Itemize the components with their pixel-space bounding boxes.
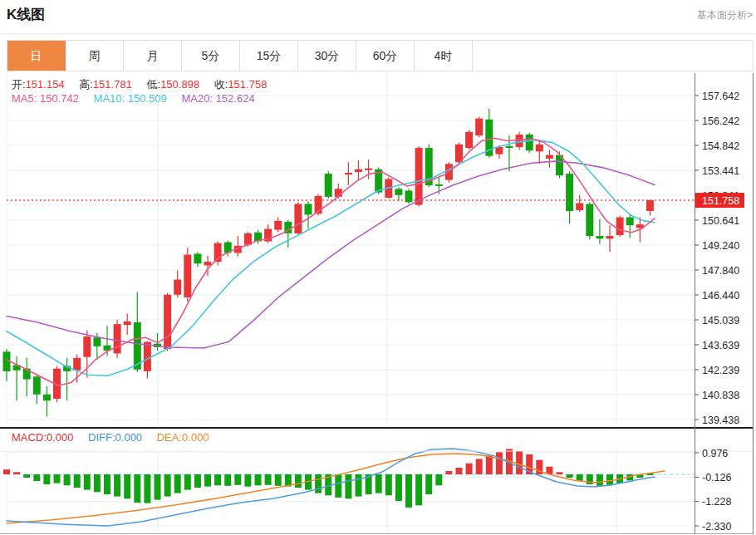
candle-down (506, 146, 513, 148)
candle-down (596, 236, 603, 238)
macd-bar (204, 474, 211, 487)
price-tick-label: 156.242 (702, 115, 739, 127)
candle-up (184, 255, 191, 297)
candle-up (274, 221, 282, 230)
macd-bar (405, 474, 412, 508)
macd-bar (64, 474, 71, 485)
macd-bar (596, 474, 603, 486)
price-tick-label: 145.039 (702, 315, 739, 326)
dea-value: 0.000 (182, 431, 209, 444)
tab-week[interactable]: 周 (66, 41, 124, 71)
candle-up (576, 203, 583, 210)
price-tick-label: 154.842 (702, 140, 739, 152)
candle-up (174, 280, 181, 295)
open-value: 151.154 (26, 78, 65, 91)
candle-up (465, 132, 473, 148)
candle-up (616, 218, 624, 235)
fundamental-analysis-link[interactable]: 基本面分析> (697, 8, 753, 22)
candle-down (33, 376, 41, 394)
candle-up (546, 155, 553, 159)
macd-bar (214, 474, 221, 485)
macd-bar (234, 474, 241, 485)
ma5-value: 150.742 (40, 92, 79, 105)
macd-bar (456, 468, 463, 474)
macd-bar (94, 474, 101, 492)
ma-legend: MA5: 150.742 MA10: 150.509 MA20: 152.624 (12, 92, 267, 105)
tab-5min[interactable]: 5分 (182, 41, 240, 71)
macd-bar (476, 459, 483, 474)
tab-4hour[interactable]: 4时 (415, 41, 473, 71)
high-label: 高: (79, 78, 93, 91)
candle-down (194, 254, 201, 264)
candle-down (325, 174, 332, 197)
candle-down (395, 189, 402, 195)
macd-bar (184, 474, 191, 490)
macd-legend: MACD:0.000 DIFF:0.000 DEA:0.000 (12, 431, 221, 444)
macd-bar (13, 472, 20, 474)
candle-up (294, 204, 302, 233)
candle-up (516, 135, 523, 147)
price-tick-label: 142.239 (702, 365, 739, 376)
candle-up (606, 236, 614, 238)
macd-bar (224, 474, 231, 486)
candle-down (626, 218, 634, 226)
candle-up (415, 148, 423, 205)
close-value: 151.758 (228, 78, 267, 91)
diff-value: 0.000 (115, 431, 143, 444)
macd-bar (415, 474, 422, 505)
macd-bar (567, 474, 573, 478)
macd-tick-label: -0.126 (702, 472, 731, 483)
macd-bar (3, 469, 10, 474)
candle-down (566, 174, 573, 211)
candle-down (43, 395, 51, 401)
candle-up (355, 169, 362, 172)
ma10-value: 150.509 (128, 92, 167, 105)
candle-down (405, 190, 413, 202)
candle-up (536, 145, 543, 152)
kline-page: K线图 基本面分析> 日 周 月 5分 15分 30分 60分 4时 开:151… (0, 0, 756, 535)
macd-bar (376, 474, 382, 493)
macd-bar (54, 474, 61, 483)
macd-bar (435, 474, 442, 485)
macd-bar (425, 474, 432, 494)
macd-bar (134, 474, 140, 503)
price-tick-label: 149.240 (702, 240, 739, 252)
candle-up (365, 169, 372, 170)
price-tick-label: 150.641 (702, 215, 739, 227)
macd-tick-label: 0.976 (702, 448, 728, 459)
macd-tick-label: -1.228 (702, 496, 731, 508)
candlestick-chart[interactable]: 157.642156.242154.842153.441152.041150.6… (0, 73, 756, 535)
candle-up (164, 295, 171, 349)
ma5-label: MA5: (12, 92, 37, 105)
candle-up (144, 342, 151, 371)
period-tabbar: 日 周 月 5分 15分 30分 60分 4时 (7, 40, 754, 71)
macd-tick-label: -2.330 (702, 521, 731, 533)
candlesticks (3, 109, 654, 417)
macd-bar (295, 474, 302, 488)
page-title: K线图 (7, 5, 45, 24)
macd-bar (486, 455, 493, 474)
price-tick-label: 139.438 (702, 415, 739, 426)
macd-bar (356, 474, 362, 497)
macd-bar (315, 474, 322, 493)
macd-value: 0.000 (47, 431, 74, 444)
macd-bar (74, 474, 81, 488)
candle-up (73, 358, 81, 371)
price-tick-label: 143.639 (702, 340, 739, 351)
tab-60min[interactable]: 60分 (356, 41, 415, 71)
diff-label: DIFF: (88, 431, 115, 444)
tab-30min[interactable]: 30分 (298, 41, 356, 71)
macd-bar (385, 474, 392, 495)
price-tick-label: 153.441 (702, 165, 739, 177)
tab-15min[interactable]: 15分 (240, 41, 298, 71)
tab-day[interactable]: 日 (7, 41, 66, 71)
macd-bar (155, 474, 161, 500)
candle-up (124, 321, 131, 325)
last-price-badge-text: 151.758 (702, 195, 739, 207)
macd-bar (265, 474, 272, 485)
tab-month[interactable]: 月 (124, 41, 182, 71)
price-tick-label: 140.838 (702, 390, 739, 401)
tabbar-filler (473, 41, 753, 71)
ma20-label: MA20: (181, 92, 213, 105)
candle-up (646, 200, 654, 211)
